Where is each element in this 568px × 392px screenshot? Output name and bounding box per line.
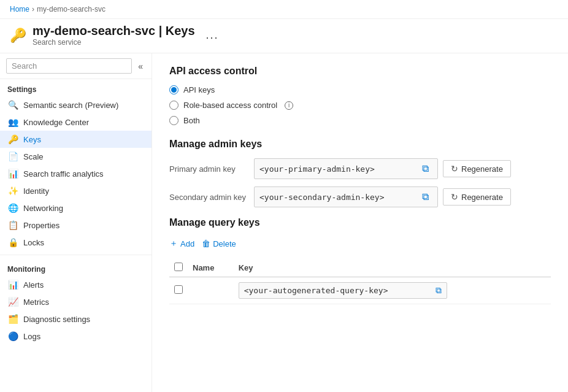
sidebar-item-properties[interactable]: 📋 Properties xyxy=(0,217,152,234)
table-header-checkbox-cell xyxy=(169,259,188,277)
sidebar-label-properties: Properties xyxy=(23,221,59,230)
knowledge-center-icon: 👥 xyxy=(7,117,18,127)
sidebar-item-scale[interactable]: 📄 Scale xyxy=(0,148,152,165)
row-checkbox[interactable] xyxy=(174,285,183,294)
query-actions-bar: ＋ Add 🗑 Delete xyxy=(169,237,551,250)
sidebar-label-metrics: Metrics xyxy=(23,298,49,307)
manage-admin-title: Manage admin keys xyxy=(169,139,551,150)
add-label: Add xyxy=(180,239,194,248)
primary-key-field: <your-primary-admin-key> ⧉ xyxy=(254,158,438,179)
secondary-key-row: Secondary admin key <your-secondary-admi… xyxy=(169,186,551,207)
header-text: my-demo-search-svc | Keys Search service xyxy=(33,24,195,47)
table-header-key: Key xyxy=(234,259,551,277)
sidebar-item-networking[interactable]: 🌐 Networking xyxy=(0,199,152,217)
radio-both[interactable] xyxy=(169,116,178,125)
radio-api-keys-row: API keys xyxy=(169,85,551,94)
identity-icon: ✨ xyxy=(7,186,18,196)
sidebar-label-search-traffic: Search traffic analytics xyxy=(23,169,104,179)
search-input[interactable] xyxy=(6,58,132,74)
sidebar-item-identity[interactable]: ✨ Identity xyxy=(0,182,152,199)
query-keys-table: Name Key <your-autogenerated-query-key> … xyxy=(169,259,551,304)
sidebar-label-scale: Scale xyxy=(23,152,44,161)
sidebar-label-knowledge-center: Knowledge Center xyxy=(23,118,89,127)
table-row: <your-autogenerated-query-key> ⧉ xyxy=(169,277,551,304)
role-based-info-icon[interactable]: i xyxy=(285,101,293,110)
secondary-key-field: <your-secondary-admin-key> ⧉ xyxy=(254,186,438,207)
settings-section-label: Settings xyxy=(0,79,152,96)
breadcrumb: Home › my-demo-search-svc xyxy=(0,0,568,19)
delete-query-key-button[interactable]: 🗑 Delete xyxy=(202,237,236,250)
sidebar-label-semantic-search: Semantic search (Preview) xyxy=(23,101,118,110)
delete-icon: 🗑 xyxy=(202,239,210,248)
radio-both-row: Both xyxy=(169,116,551,125)
select-all-checkbox[interactable] xyxy=(174,263,183,271)
search-traffic-icon: 📊 xyxy=(7,169,18,179)
semantic-search-icon: 🔍 xyxy=(7,100,18,110)
sidebar-item-locks[interactable]: 🔒 Locks xyxy=(0,234,152,251)
table-header-name: Name xyxy=(188,259,234,277)
sidebar-item-metrics[interactable]: 📈 Metrics xyxy=(0,293,152,310)
row-key-cell: <your-autogenerated-query-key> ⧉ xyxy=(234,277,551,304)
primary-regenerate-button[interactable]: ↻ Regenerate xyxy=(443,160,511,177)
breadcrumb-sep: › xyxy=(32,5,34,13)
locks-icon: 🔒 xyxy=(7,237,18,247)
radio-rbac[interactable] xyxy=(169,101,178,110)
api-access-title: API access control xyxy=(169,66,551,77)
primary-key-value: <your-primary-admin-key> xyxy=(259,164,375,174)
sidebar-item-keys[interactable]: 🔑 Keys xyxy=(0,131,152,148)
sidebar-item-logs[interactable]: 🔵 Logs xyxy=(0,328,152,345)
primary-key-label: Primary admin key xyxy=(169,164,249,174)
more-options-button[interactable]: ... xyxy=(206,29,219,42)
radio-rbac-label: Role-based access control xyxy=(183,101,277,110)
sidebar-label-networking: Networking xyxy=(23,204,63,213)
page-header: 🔑 my-demo-search-svc | Keys Search servi… xyxy=(0,19,568,53)
radio-api-keys-label: API keys xyxy=(183,85,215,94)
properties-icon: 📋 xyxy=(7,220,18,230)
radio-api-keys[interactable] xyxy=(169,85,178,94)
manage-query-title: Manage query keys xyxy=(169,217,551,228)
api-access-radio-group: API keys Role-based access control i Bot… xyxy=(169,85,551,125)
page-title: my-demo-search-svc | Keys xyxy=(33,24,195,38)
radio-both-label: Both xyxy=(183,116,200,125)
sidebar: « Settings 🔍 Semantic search (Preview) 👥… xyxy=(0,53,152,392)
sidebar-top: « xyxy=(0,53,152,79)
secondary-regenerate-button[interactable]: ↻ Regenerate xyxy=(443,188,511,206)
sidebar-divider xyxy=(0,255,152,255)
content-area: API access control API keys Role-based a… xyxy=(152,53,568,392)
query-key-field-box: <your-autogenerated-query-key> ⧉ xyxy=(239,282,447,299)
row-name-cell xyxy=(188,277,234,304)
monitoring-section-label: Monitoring xyxy=(0,259,152,276)
delete-label: Delete xyxy=(213,239,236,248)
secondary-key-value: <your-secondary-admin-key> xyxy=(259,193,385,202)
regenerate-secondary-icon: ↻ xyxy=(451,192,458,202)
key-icon: 🔑 xyxy=(10,28,26,44)
breadcrumb-current: my-demo-search-svc xyxy=(37,5,106,13)
metrics-icon: 📈 xyxy=(7,297,18,307)
sidebar-label-alerts: Alerts xyxy=(23,280,44,290)
table-header-row: Name Key xyxy=(169,259,551,277)
primary-key-row: Primary admin key <your-primary-admin-ke… xyxy=(169,158,551,179)
keys-icon: 🔑 xyxy=(7,134,18,144)
sidebar-item-search-traffic[interactable]: 📊 Search traffic analytics xyxy=(0,165,152,182)
alerts-icon: 📊 xyxy=(7,280,18,290)
regenerate-primary-label: Regenerate xyxy=(461,164,503,174)
secondary-key-copy-button[interactable]: ⧉ xyxy=(418,190,432,204)
sidebar-item-alerts[interactable]: 📊 Alerts xyxy=(0,276,152,293)
sidebar-item-knowledge-center[interactable]: 👥 Knowledge Center xyxy=(0,113,152,131)
sidebar-label-identity: Identity xyxy=(23,186,49,196)
sidebar-label-diagnostic: Diagnostic settings xyxy=(23,315,90,324)
query-key-value: <your-autogenerated-query-key> xyxy=(244,286,431,295)
regenerate-primary-icon: ↻ xyxy=(451,164,458,174)
radio-rbac-row: Role-based access control i xyxy=(169,101,551,110)
row-checkbox-cell xyxy=(169,277,188,304)
query-key-copy-icon[interactable]: ⧉ xyxy=(436,285,442,296)
sidebar-item-semantic-search[interactable]: 🔍 Semantic search (Preview) xyxy=(0,96,152,113)
primary-key-copy-button[interactable]: ⧉ xyxy=(418,162,432,175)
breadcrumb-home[interactable]: Home xyxy=(10,5,29,13)
networking-icon: 🌐 xyxy=(7,203,18,213)
add-query-key-button[interactable]: ＋ Add xyxy=(169,237,194,250)
page-subtitle: Search service xyxy=(33,38,195,47)
collapse-button[interactable]: « xyxy=(136,60,145,72)
sidebar-item-diagnostic-settings[interactable]: 🗂️ Diagnostic settings xyxy=(0,310,152,328)
main-layout: « Settings 🔍 Semantic search (Preview) 👥… xyxy=(0,53,568,392)
